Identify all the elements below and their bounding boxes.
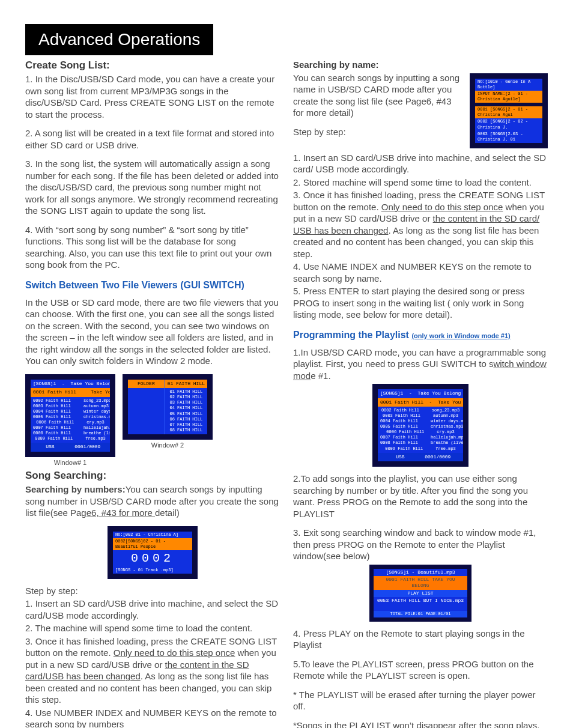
search-num-tail: detail) — [155, 508, 180, 518]
win2-right-hl: 01 FAITH HILL — [165, 380, 207, 388]
prog-5: 5.To leave the PLAYLIST screen, press PR… — [293, 658, 548, 682]
name-search-screenshot: NO:[1010 - Genie In A Bottle] INPUT NAME… — [470, 73, 548, 148]
nameshot-b: INPUT NAME:[2 - 01 - Christian Aguile] — [475, 91, 542, 103]
prog-window1-screenshot: [SONGS]1 - Take You Belong 0001 Faith Hi… — [372, 384, 468, 467]
create-step-2: 2. A song list will be created in a text… — [25, 127, 280, 151]
pg-lines: 0002 Faith Hill song_23.mp3 0003 Faith H… — [378, 407, 463, 453]
win1-list: 0002 Faith Hill song_23.mp3 0003 Faith H… — [31, 397, 110, 443]
nameshot-c: 0001 [SONGS]2 - 01 - Christina Agui — [475, 106, 542, 118]
prog-note2: *Songs in the PLAYLIST won’t disappear a… — [293, 720, 548, 728]
pl-hdr: PLAY LIST — [374, 590, 467, 597]
left-column: Create Song List: 1. In the Disc/USB/SD … — [25, 59, 280, 728]
create-step-4: 4. With “sort song by song number” & “so… — [25, 224, 280, 271]
win2-left-hl: FOLDER — [128, 380, 165, 388]
window1-col: [SONGS]1 - Take You Belong 0001 Faith Hi… — [25, 374, 115, 467]
search-num-lead: Searching by numbers: — [25, 484, 126, 494]
window2-screenshot: FOLDER 01 FAITH HILL 01 FAITH HILL 02 FA… — [123, 374, 213, 440]
left-sbs-2: 2. The machine will spend some time to l… — [25, 622, 280, 634]
prog-1: 1.In USB/SD CARD mode, you can have a pr… — [293, 347, 548, 382]
number-search-screenshot: NO:[002 01 - Christina A] 0002[SONGS]02 … — [108, 526, 198, 579]
nameshot-e: 0003 [SONGS]2-03 - Christina J. 01 — [475, 131, 542, 143]
left-step-by-step-heading: Step by step: — [25, 585, 280, 597]
left-sbs-4: 4. Use NUMBER INDEX and NUMBER KEYS on t… — [25, 707, 280, 728]
prog-2: 2.To add songs into the playlist, you ca… — [293, 473, 548, 520]
prog-note1: * The PLAYLIST will be erased after turn… — [293, 689, 548, 712]
window1-screenshot: [SONGS]1 - Take You Belong 0001 Faith Hi… — [25, 374, 115, 457]
gui-switch-para: In the USB or SD card mode, there are tw… — [25, 297, 280, 367]
window2-caption: Window# 2 — [123, 441, 213, 449]
create-step-3: 3. In the song list, the system will aut… — [25, 158, 280, 217]
win1-title: [SONGS]1 - Take You Belong — [31, 380, 110, 388]
window-screenshots-row: [SONGS]1 - Take You Belong 0001 Faith Hi… — [25, 374, 280, 467]
right-column: Searching by name: NO:[1010 - Genie In A… — [293, 59, 548, 728]
create-step-1: 1. In the Disc/USB/SD Card mode, you can… — [25, 73, 280, 120]
pg-hl: 0001 Faith Hill - Take You Belong — [378, 398, 463, 407]
prog-4: 4. Press PLAY on the Remote to start pla… — [293, 628, 548, 651]
pg-foot: USB 0001/0009 — [378, 453, 463, 461]
pl-title: [SONGS]1 - Beautiful.mp3 — [374, 569, 467, 576]
playlist-screenshot: [SONGS]1 - Beautiful.mp3 0001 FAITH HILL… — [369, 565, 471, 622]
nameshot-d: 0002 [SONGS]2 - 02 - Christina J. — [475, 118, 542, 130]
section-banner: Advanced Operations — [25, 24, 213, 55]
prog-window1-shot-wrap: [SONGS]1 - Take You Belong 0001 Faith Hi… — [293, 384, 548, 467]
nameshot-a: NO:[1010 - Genie In A Bottle] — [475, 79, 542, 91]
win2-right-list: 01 FAITH HILL 02 FAITH HILL 03 FAITH HIL… — [165, 388, 207, 434]
prog-h-main: Programming the Playlist — [293, 330, 411, 340]
search-by-name-heading: Searching by name: — [293, 59, 548, 71]
playlist-shot-wrap: [SONGS]1 - Beautiful.mp3 0001 FAITH HILL… — [293, 565, 548, 622]
window2-col: FOLDER 01 FAITH HILL 01 FAITH HILL 02 FA… — [123, 374, 213, 467]
prog-1b: e #1. — [311, 371, 330, 381]
create-song-list-heading: Create Song List: — [25, 59, 280, 72]
left-sbs-1: 1. Insert an SD card/USB drive into mach… — [25, 598, 280, 621]
numshot-hl: 0002[SONGS]02 - 01 - Beautiful People — [113, 538, 192, 550]
left-sbs-3u1: Only need to do this step once — [114, 648, 235, 658]
pl-foot: TOTAL FILE:01 PAGE:01/01 — [374, 611, 467, 617]
right-sbs-5: 5. Press ENTER to start playing the desi… — [293, 285, 548, 321]
search-by-numbers-para: Searching by numbers:You can search song… — [25, 484, 280, 519]
numshot-big: 0002 — [113, 550, 192, 567]
win2-left-pad — [128, 388, 165, 396]
prog-h-sub: (only work in Window mode #1) — [411, 332, 510, 339]
window1-caption: Window# 1 — [25, 458, 115, 467]
numshot-top: NO:[002 01 - Christina A] — [113, 532, 192, 538]
left-sbs-3: 3. Once it has finished loading, press t… — [25, 635, 280, 706]
song-searching-heading: Song Searching: — [25, 469, 280, 482]
gui-switch-heading: Switch Between Two File Viewers (GUI SWI… — [25, 279, 280, 292]
pg-title: [SONGS]1 - Take You Belong — [378, 389, 463, 398]
two-column-layout: Create Song List: 1. In the Disc/USB/SD … — [25, 59, 548, 728]
win1-foot: USB 0001/0009 — [31, 443, 110, 451]
right-sbs-1: 1. Insert an SD card/USB drive into mach… — [293, 152, 548, 175]
right-sbs-3u1: Only need to do this step once — [381, 202, 503, 212]
prog-3: 3. Exit song searching window and back t… — [293, 527, 548, 562]
numshot-foot: [SONGS - 01 Track .mp3] — [113, 567, 192, 574]
right-sbs-3: 3. Once it has finished loading, press t… — [293, 189, 548, 259]
pl-sel: 0001 FAITH HILL TAKE YOU BELONG — [374, 576, 467, 590]
win1-highlight: 0001 Faith Hill Take You Belong — [31, 388, 110, 396]
programming-playlist-heading: Programming the Playlist (only work in W… — [293, 329, 548, 342]
right-sbs-2: 2. Stored machine will spend some time t… — [293, 177, 548, 189]
search-num-underline: e6, #43 for more — [86, 508, 155, 518]
right-sbs-4: 4. Use NAME INDEX and NUMBER KEYS on the… — [293, 261, 548, 284]
number-search-screenshot-wrap: NO:[002 01 - Christina A] 0002[SONGS]02 … — [25, 526, 280, 579]
pl-row: 0053 FAITH HILL BUT I NICE.mp3 — [374, 597, 467, 604]
